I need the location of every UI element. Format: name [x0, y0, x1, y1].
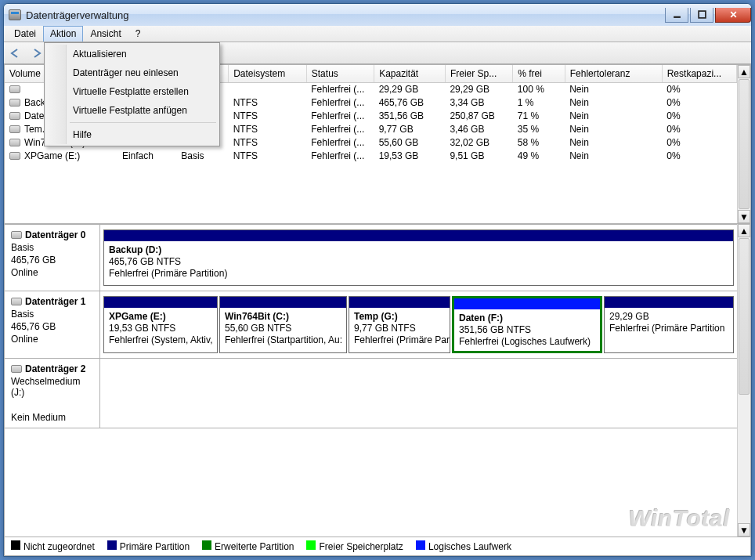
- partition-size: 9,77 GB NTFS: [354, 323, 445, 334]
- svg-rect-1: [699, 11, 706, 18]
- partition-size: 19,53 GB NTFS: [109, 323, 212, 334]
- legend-swatch-unallocated: [11, 540, 20, 550]
- scroll-up-icon[interactable]: ▲: [738, 224, 750, 237]
- partition-win764bit[interactable]: Win764Bit (C:)55,60 GB NTFSFehlerfrei (S…: [219, 296, 347, 353]
- cell-type: Basis: [176, 149, 228, 162]
- menubar: Datei Aktion Ansicht ?: [4, 26, 751, 42]
- scroll-thumb[interactable]: [739, 238, 750, 395]
- legend-swatch-free: [306, 540, 316, 550]
- partition-size: 29,29 GB: [609, 311, 728, 323]
- cell-fault: Nein: [565, 109, 662, 122]
- partition-stripe: [454, 298, 600, 309]
- partition-stripe: [349, 297, 450, 308]
- cell-cap: 465,76 GB: [374, 96, 446, 109]
- col-filesystem[interactable]: Dateisystem: [229, 65, 307, 82]
- partition-label: XPGame (E:): [109, 311, 212, 323]
- disk-state: Online: [11, 334, 93, 345]
- legend-label: Logisches Laufwerk: [428, 541, 511, 552]
- cell-free: 250,87 GB: [445, 109, 512, 122]
- maximize-button[interactable]: [690, 8, 713, 23]
- partition-xpgame[interactable]: XPGame (E:)19,53 GB NTFSFehlerfrei (Syst…: [103, 296, 218, 353]
- volume-icon: [9, 152, 20, 160]
- menu-help-item[interactable]: Hilfe: [46, 125, 218, 144]
- col-fault[interactable]: Fehlertoleranz: [565, 65, 662, 82]
- menu-attach-vhd[interactable]: Virtuelle Festplatte anfügen: [46, 101, 218, 120]
- forward-button[interactable]: [29, 46, 43, 60]
- disk-state: Kein Medium: [11, 412, 93, 423]
- cell-fault: Nein: [565, 149, 662, 162]
- diagram-scrollbar[interactable]: ▲ ▼: [737, 224, 750, 537]
- cell-vol: XPGame (E:): [5, 149, 117, 162]
- titlebar[interactable]: Datenträgerverwaltung: [4, 4, 751, 26]
- disk-type: Wechselmedium (J:): [11, 376, 93, 398]
- cell-fs: NTFS: [229, 149, 307, 162]
- cell-status: Fehlerfrei (...: [306, 82, 374, 96]
- cell-cap: 351,56 GB: [374, 109, 446, 122]
- cell-over: 0%: [662, 82, 736, 96]
- cell-over: 0%: [662, 96, 736, 109]
- disk-name: Datenträger 1: [25, 296, 85, 307]
- cell-fault: Nein: [565, 135, 662, 149]
- cell-fault: Nein: [565, 96, 662, 109]
- scroll-thumb[interactable]: [739, 79, 750, 209]
- col-pctfree[interactable]: % frei: [513, 65, 565, 82]
- cell-free: 29,29 GB: [445, 82, 512, 96]
- disk-size: 465,76 GB: [11, 255, 93, 266]
- partition-backup[interactable]: Backup (D:) 465,76 GB NTFS Fehlerfrei (P…: [103, 229, 734, 286]
- partition-label: Temp (G:): [354, 311, 445, 323]
- cell-free: 3,46 GB: [445, 122, 512, 135]
- minimize-button[interactable]: [665, 8, 688, 23]
- table-row[interactable]: XPGame (E:)EinfachBasisNTFSFehlerfrei (.…: [5, 149, 737, 162]
- menu-rescan-disks[interactable]: Datenträger neu einlesen: [46, 63, 218, 82]
- cell-over: 0%: [662, 135, 736, 149]
- volume-icon: [9, 85, 20, 93]
- list-scrollbar[interactable]: ▲ ▼: [737, 65, 750, 223]
- cell-layout: Einfach: [117, 149, 176, 162]
- cell-fs: NTFS: [229, 135, 307, 149]
- scroll-down-icon[interactable]: ▼: [738, 210, 750, 223]
- disk-icon: [11, 231, 22, 239]
- cell-fault: Nein: [565, 82, 662, 96]
- menu-refresh[interactable]: Aktualisieren: [46, 45, 218, 63]
- col-status[interactable]: Status: [306, 65, 374, 82]
- scroll-down-icon[interactable]: ▼: [738, 523, 750, 537]
- col-free[interactable]: Freier Sp...: [445, 65, 512, 82]
- partition-status: Fehlerfrei (Logisches Laufwerk): [459, 336, 595, 348]
- disk-type: Basis: [11, 242, 93, 253]
- cell-free: 32,02 GB: [445, 135, 512, 149]
- cell-pct: 71 %: [513, 109, 565, 122]
- partition-daten-extended[interactable]: Daten (F:)351,56 GB NTFSFehlerfrei (Logi…: [452, 296, 602, 353]
- window-title: Datenträgerverwaltung: [26, 9, 665, 21]
- cell-over: 0%: [662, 109, 736, 122]
- action-menu-dropdown: Aktualisieren Datenträger neu einlesen V…: [44, 42, 220, 146]
- col-capacity[interactable]: Kapazität: [374, 65, 446, 82]
- menu-help[interactable]: ?: [128, 26, 148, 42]
- partition-temp[interactable]: Temp (G:)9,77 GB NTFSFehlerfrei (Primäre…: [349, 296, 450, 353]
- partition-stripe: [104, 230, 733, 241]
- cell-pct: 35 %: [513, 122, 565, 135]
- cell-free: 3,34 GB: [445, 96, 512, 109]
- volume-icon: [9, 99, 20, 107]
- cell-over: 0%: [662, 149, 736, 162]
- menu-file[interactable]: Datei: [7, 26, 43, 42]
- volume-icon: [9, 125, 20, 133]
- disk-row: Datenträger 2 Wechselmedium (J:) Kein Me…: [5, 359, 737, 428]
- disk-header[interactable]: Datenträger 0 Basis 465,76 GB Online: [5, 225, 100, 291]
- back-button[interactable]: [9, 46, 23, 60]
- menu-action[interactable]: Aktion: [43, 26, 83, 42]
- disk-header[interactable]: Datenträger 2 Wechselmedium (J:) Kein Me…: [5, 359, 100, 428]
- window: Datenträgerverwaltung Datei Aktion Ansic…: [3, 3, 752, 557]
- close-button[interactable]: [715, 8, 751, 23]
- partition-stripe: [104, 297, 217, 308]
- scroll-up-icon[interactable]: ▲: [738, 65, 750, 78]
- legend-label: Freier Speicherplatz: [319, 541, 403, 552]
- legend-swatch-extended: [202, 540, 211, 550]
- legend-label: Primäre Partition: [120, 541, 190, 552]
- menu-view[interactable]: Ansicht: [83, 26, 128, 42]
- menu-create-vhd[interactable]: Virtuelle Festplatte erstellen: [46, 82, 218, 101]
- col-overhead[interactable]: Restkapazi...: [662, 65, 736, 82]
- volume-icon: [9, 112, 20, 120]
- partition-unnamed[interactable]: 29,29 GBFehlerfrei (Primäre Partition: [604, 296, 734, 353]
- disk-header[interactable]: Datenträger 1 Basis 465,76 GB Online: [5, 291, 100, 358]
- disk-name: Datenträger 2: [25, 363, 85, 374]
